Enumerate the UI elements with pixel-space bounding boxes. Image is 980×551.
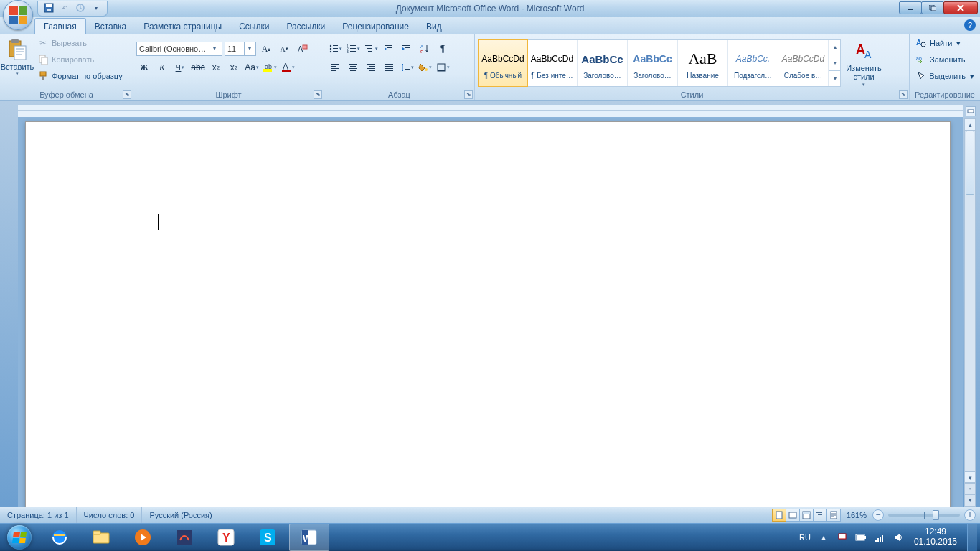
tray-battery-icon[interactable] — [855, 532, 867, 543]
document-page[interactable] — [25, 121, 951, 507]
tab-mailings[interactable]: Рассылки — [278, 19, 334, 34]
show-desktop-button[interactable] — [967, 524, 977, 551]
gallery-up-button[interactable]: ▴ — [829, 40, 840, 56]
align-center-button[interactable] — [345, 60, 361, 75]
zoom-slider[interactable] — [888, 514, 960, 517]
vertical-scrollbar[interactable]: ▴ ▾ ◦ ▾ — [964, 118, 976, 507]
taskbar-ie[interactable] — [39, 524, 80, 551]
view-full-screen-button[interactable] — [786, 509, 800, 522]
taskbar-app-1[interactable] — [164, 524, 204, 551]
tab-view[interactable]: Вид — [418, 19, 451, 34]
status-language[interactable]: Русский (Россия) — [142, 507, 220, 523]
tab-references[interactable]: Ссылки — [230, 19, 278, 34]
office-button[interactable] — [3, 0, 33, 30]
style-title[interactable]: АаВНазвание — [678, 40, 728, 86]
change-styles-button[interactable]: AA Изменить стили ▾ — [844, 38, 884, 88]
view-draft-button[interactable] — [826, 509, 841, 522]
line-spacing-button[interactable]: ▾ — [399, 60, 415, 75]
taskbar-word[interactable]: W — [289, 524, 329, 551]
style-subtle-emphasis[interactable]: AaBbCcDdСлабое в… — [778, 40, 829, 86]
format-painter-button[interactable]: Формат по образцу — [34, 68, 126, 84]
gallery-more-button[interactable]: ▾ — [829, 71, 840, 86]
style-no-spacing[interactable]: AaBbCcDd¶ Без инте… — [527, 40, 578, 86]
superscript-button[interactable]: x2 — [226, 60, 242, 75]
shrink-font-button[interactable]: A▾ — [276, 41, 292, 57]
font-family-combo[interactable]: ▾ — [136, 42, 222, 56]
style-heading2[interactable]: AaBbCcЗаголово… — [628, 40, 678, 86]
underline-button[interactable]: Ч▾ — [172, 60, 188, 75]
status-word-count[interactable]: Число слов: 0 — [77, 507, 143, 523]
scroll-down-button[interactable]: ▾ — [965, 471, 975, 483]
maximize-button[interactable] — [921, 1, 944, 14]
tab-home[interactable]: Главная — [34, 18, 86, 34]
status-page[interactable]: Страница: 1 из 1 — [0, 507, 77, 523]
tray-clock[interactable]: 12:49 01.10.2015 — [911, 527, 960, 547]
font-size-combo[interactable]: ▾ — [225, 42, 256, 56]
change-case-button[interactable]: Aa▾ — [244, 60, 260, 75]
select-button[interactable]: Выделить▾ — [913, 68, 977, 84]
view-print-layout-button[interactable] — [772, 509, 786, 522]
zoom-in-button[interactable]: + — [964, 509, 976, 521]
strikethrough-button[interactable]: abc — [190, 60, 206, 75]
qat-customize-button[interactable]: ▾ — [90, 1, 103, 14]
show-marks-button[interactable]: ¶ — [435, 41, 451, 57]
decrease-indent-button[interactable] — [381, 41, 397, 57]
zoom-out-button[interactable]: − — [872, 509, 884, 521]
next-page-button[interactable]: ▾ — [965, 494, 975, 506]
tray-network-icon[interactable] — [874, 532, 885, 543]
close-button[interactable] — [943, 1, 978, 14]
zoom-slider-knob[interactable] — [933, 510, 939, 520]
scroll-thumb[interactable] — [966, 131, 974, 195]
start-button[interactable] — [0, 524, 39, 552]
shading-button[interactable]: ▾ — [417, 60, 433, 75]
cut-button[interactable]: ✂Вырезать — [34, 35, 126, 51]
horizontal-ruler[interactable] — [18, 105, 963, 118]
grow-font-button[interactable]: A▴ — [258, 41, 274, 57]
copy-button[interactable]: Копировать — [34, 52, 126, 67]
align-left-button[interactable] — [327, 60, 343, 75]
browse-object-button[interactable]: ◦ — [965, 483, 975, 494]
align-right-button[interactable] — [363, 60, 379, 75]
style-heading1[interactable]: AaBbCcЗаголово… — [578, 40, 628, 86]
find-button[interactable]: AНайти▾ — [913, 35, 977, 51]
minimize-button[interactable] — [899, 1, 922, 14]
view-outline-button[interactable] — [813, 509, 827, 522]
chevron-down-icon[interactable]: ▾ — [244, 42, 254, 55]
highlight-button[interactable]: ab▾ — [262, 60, 278, 75]
bullets-button[interactable]: ▾ — [327, 41, 343, 57]
sort-button[interactable]: AЯ — [417, 41, 433, 57]
paragraph-dialog-launcher[interactable]: ⬊ — [464, 90, 473, 99]
taskbar-yandex-browser[interactable]: Y — [206, 524, 246, 551]
increase-indent-button[interactable] — [399, 41, 415, 57]
font-dialog-launcher[interactable]: ⬊ — [314, 90, 322, 99]
scroll-up-button[interactable]: ▴ — [965, 119, 975, 131]
multilevel-list-button[interactable]: ▾ — [363, 41, 379, 57]
help-button[interactable]: ? — [964, 19, 976, 31]
subscript-button[interactable]: x2 — [208, 60, 224, 75]
font-color-button[interactable]: A▾ — [280, 60, 296, 75]
ruler-toggle-button[interactable] — [966, 106, 976, 116]
paste-button[interactable]: Вставить ▾ — [3, 36, 32, 86]
gallery-down-button[interactable]: ▾ — [829, 55, 840, 71]
tray-language[interactable]: RU — [799, 533, 811, 542]
font-size-input[interactable] — [225, 42, 244, 55]
undo-button[interactable]: ↶ — [58, 1, 71, 14]
tab-review[interactable]: Рецензирование — [334, 19, 418, 34]
borders-button[interactable]: ▾ — [435, 60, 451, 75]
zoom-level[interactable]: 161% — [847, 511, 867, 519]
view-web-layout-button[interactable] — [799, 509, 814, 522]
style-subtitle[interactable]: AaBbCc.Подзагол… — [728, 40, 778, 86]
replace-button[interactable]: abЗаменить — [913, 52, 977, 67]
styles-dialog-launcher[interactable]: ⬊ — [899, 90, 908, 99]
document-viewport[interactable] — [18, 117, 963, 507]
taskbar-explorer[interactable] — [81, 524, 121, 551]
redo-button[interactable] — [74, 1, 87, 14]
clear-formatting-button[interactable]: A — [294, 41, 310, 57]
font-family-input[interactable] — [137, 42, 209, 55]
tab-page-layout[interactable]: Разметка страницы — [135, 19, 230, 34]
clipboard-dialog-launcher[interactable]: ⬊ — [123, 90, 131, 99]
justify-button[interactable] — [381, 60, 397, 75]
numbering-button[interactable]: 123▾ — [345, 41, 361, 57]
tray-flag-icon[interactable] — [837, 532, 848, 543]
style-normal[interactable]: AaBbCcDd¶ Обычный — [478, 39, 528, 87]
